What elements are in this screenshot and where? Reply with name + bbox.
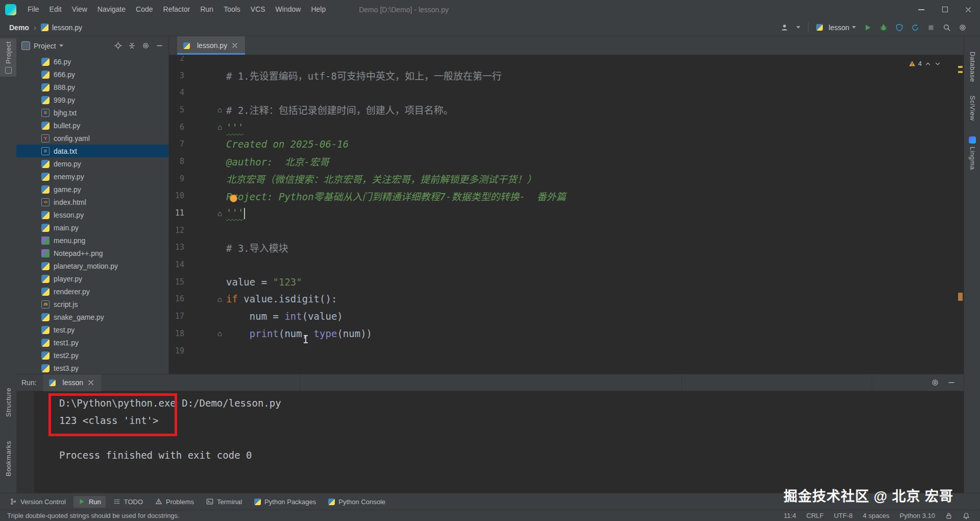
project-file-66.py[interactable]: 66.py	[16, 55, 168, 68]
line-number[interactable]: 11	[169, 208, 184, 218]
project-file-snake_game.py[interactable]: snake_game.py	[16, 311, 168, 323]
editor-line-2[interactable]: 2	[169, 56, 964, 67]
editor-line-8[interactable]: 8@author: 北京-宏哥	[169, 153, 964, 170]
menu-vcs[interactable]: VCS	[246, 0, 271, 19]
lock-icon[interactable]	[945, 512, 952, 519]
fold-icon[interactable]: ⌂	[217, 123, 222, 131]
editor-line-17[interactable]: 17 num = int(value)	[169, 307, 964, 325]
close-button[interactable]	[957, 0, 980, 19]
editor-line-7[interactable]: 7Created on 2025-06-16	[169, 135, 964, 153]
line-number[interactable]: 16	[169, 294, 184, 303]
strip-item-lingma[interactable]: Lingma	[964, 133, 980, 173]
editor-line-16[interactable]: 16⌂if value.isdigit():	[169, 291, 964, 308]
menu-edit[interactable]: Edit	[44, 0, 67, 19]
previous-warning-icon[interactable]	[924, 60, 932, 67]
project-file-script.js[interactable]: JSscript.js	[16, 298, 168, 311]
editor-line-11[interactable]: 11⌂'''	[169, 204, 964, 222]
menu-run[interactable]: Run	[195, 0, 218, 19]
toolwindow-button-version-control[interactable]: Version Control	[5, 496, 70, 508]
editor-line-13[interactable]: 13# 3.导入模块	[169, 239, 964, 256]
indent-style[interactable]: 4 spaces	[863, 512, 890, 519]
stop-button[interactable]	[927, 23, 935, 32]
line-number[interactable]: 13	[169, 243, 184, 252]
line-number[interactable]: 10	[169, 191, 184, 200]
line-number[interactable]: 9	[169, 174, 184, 183]
strip-item-bookmarks[interactable]: Bookmarks	[0, 438, 16, 480]
editor-line-5[interactable]: 5⌂# 2.注释：包括记录创建时间，创建人，项目名称。	[169, 101, 964, 119]
line-number[interactable]: 4	[169, 88, 184, 97]
project-file-test1.py[interactable]: test1.py	[16, 336, 168, 349]
debug-button[interactable]	[879, 23, 888, 32]
editor-line-14[interactable]: 14	[169, 256, 964, 273]
line-number[interactable]: 19	[169, 346, 184, 356]
project-file-enemy.py[interactable]: enemy.py	[16, 170, 168, 183]
menu-window[interactable]: Window	[271, 0, 306, 19]
menu-tools[interactable]: Tools	[218, 0, 246, 19]
line-separator[interactable]: CRLF	[806, 512, 824, 519]
collapse-all-icon[interactable]	[128, 42, 136, 50]
toolwindow-button-run[interactable]: Run	[74, 496, 106, 508]
project-file-index.html[interactable]: <>index.html	[16, 196, 168, 208]
coverage-button[interactable]	[895, 23, 903, 32]
editor-line-4[interactable]: 4	[169, 84, 964, 101]
strip-item-sciview[interactable]: SciView	[964, 92, 980, 124]
restart-button[interactable]	[911, 23, 919, 32]
menu-navigate[interactable]: Navigate	[92, 0, 131, 19]
notifications-icon[interactable]	[963, 512, 970, 519]
line-number[interactable]: 14	[169, 260, 184, 269]
tab-close-icon[interactable]	[231, 41, 239, 50]
project-file-data.txt[interactable]: ≡data.txt	[16, 145, 168, 157]
project-file-bjhg.txt[interactable]: ≡bjhg.txt	[16, 106, 168, 119]
line-number[interactable]: 5	[169, 105, 184, 114]
inspections-widget[interactable]: 4	[909, 60, 941, 67]
user-icon[interactable]	[780, 23, 789, 32]
editor-scrollbar[interactable]	[957, 56, 964, 374]
fold-icon[interactable]: ⌂	[217, 209, 222, 217]
maximize-button[interactable]	[933, 0, 957, 19]
run-config-selector[interactable]: lesson	[816, 23, 856, 32]
file-encoding[interactable]: UTF-8	[834, 512, 853, 519]
project-file-menu.png[interactable]: menu.png	[16, 234, 168, 247]
project-tree[interactable]: 66.py666.py888.py999.py≡bjhg.txtbullet.p…	[16, 55, 168, 374]
run-tab-close-icon[interactable]	[87, 378, 95, 387]
project-file-lesson.py[interactable]: lesson.py	[16, 208, 168, 221]
strip-item-structure[interactable]: Structure	[0, 385, 16, 420]
line-number[interactable]: 7	[169, 139, 184, 149]
editor-tab-lesson[interactable]: lesson.py	[177, 36, 245, 55]
project-file-game.py[interactable]: game.py	[16, 183, 168, 196]
project-file-config.yaml[interactable]: Yconfig.yaml	[16, 132, 168, 145]
menu-view[interactable]: View	[67, 0, 92, 19]
toolwindow-button-python-packages[interactable]: Python Packages	[250, 496, 321, 508]
project-file-test3.py[interactable]: test3.py	[16, 362, 168, 374]
line-number[interactable]: 17	[169, 312, 184, 321]
project-file-888.py[interactable]: 888.py	[16, 81, 168, 93]
editor-line-6[interactable]: 6⌂'''	[169, 119, 964, 136]
menu-code[interactable]: Code	[131, 0, 158, 19]
project-file-999.py[interactable]: 999.py	[16, 93, 168, 106]
project-panel-title[interactable]: Project	[34, 42, 56, 50]
line-number[interactable]: 6	[169, 123, 184, 132]
line-number[interactable]: 3	[169, 71, 184, 80]
fold-icon[interactable]: ⌂	[217, 329, 222, 337]
editor-line-18[interactable]: 18⌂ print(num, type(num))	[169, 325, 964, 342]
project-file-main.py[interactable]: main.py	[16, 221, 168, 234]
run-settings-gear-icon[interactable]	[931, 378, 939, 387]
caret-position[interactable]: 11:4	[783, 512, 796, 519]
hide-panel-icon[interactable]	[156, 42, 163, 50]
run-button[interactable]	[864, 23, 872, 32]
menu-file[interactable]: File	[22, 0, 44, 19]
strip-item-project[interactable]: Project	[0, 38, 16, 77]
line-number[interactable]: 2	[169, 56, 184, 63]
run-tab-lesson[interactable]: lesson	[43, 374, 101, 391]
project-file-planetary_motion.py[interactable]: planetary_motion.py	[16, 259, 168, 272]
editor-line-12[interactable]: 12	[169, 222, 964, 239]
project-file-bullet.py[interactable]: bullet.py	[16, 119, 168, 132]
settings-gear-icon[interactable]	[959, 23, 967, 32]
user-dropdown-icon[interactable]	[796, 26, 800, 29]
project-file-test2.py[interactable]: test2.py	[16, 349, 168, 362]
line-number[interactable]: 8	[169, 157, 184, 166]
project-file-notepad++.png[interactable]: Notepad++.png	[16, 247, 168, 259]
project-file-renderer.py[interactable]: renderer.py	[16, 285, 168, 298]
search-icon[interactable]	[943, 23, 951, 32]
project-file-demo.py[interactable]: demo.py	[16, 157, 168, 170]
